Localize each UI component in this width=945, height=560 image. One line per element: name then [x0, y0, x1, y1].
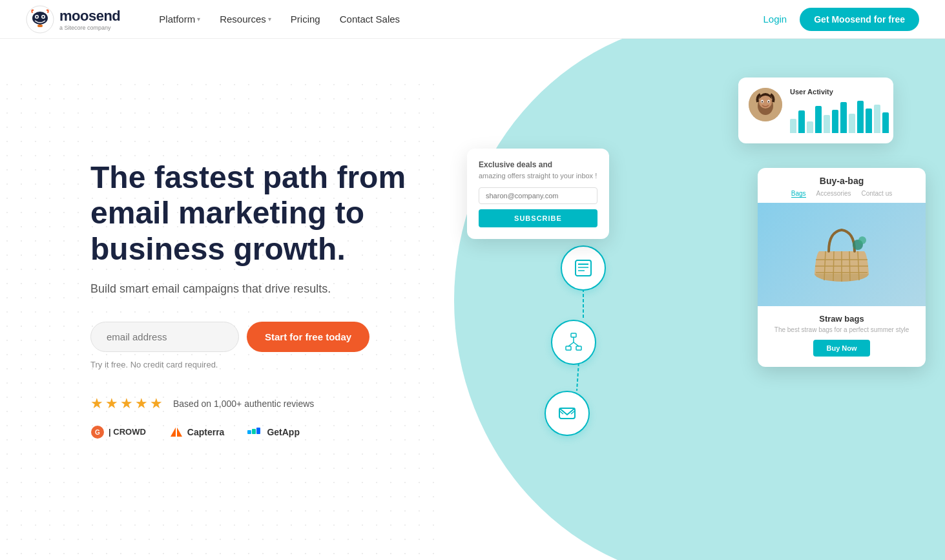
shop-card-header: Buy-a-bag Bags Accessories Contact us	[758, 168, 926, 198]
workflow-node-2	[551, 320, 596, 365]
nav-platform[interactable]: Platform ▾	[159, 14, 200, 25]
svg-line-42	[568, 342, 574, 346]
shop-product-desc: The best straw bags for a perfect summer…	[768, 326, 915, 333]
hero-section: The fastest path from email marketing to…	[0, 39, 945, 560]
bar-6	[832, 110, 838, 133]
svg-rect-38	[571, 333, 576, 337]
star-5: ★	[150, 395, 163, 412]
hero-illustration: Exclusive deals and amazing offers strai…	[415, 39, 945, 560]
svg-rect-34	[576, 260, 591, 276]
svg-rect-6	[37, 25, 43, 27]
svg-point-22	[768, 101, 769, 103]
subscribe-card-title: Exclusive deals and	[479, 160, 597, 169]
resources-caret-icon: ▾	[268, 16, 271, 23]
svg-line-30	[849, 251, 850, 281]
review-section: ★ ★ ★ ★ ★ Based on 1,000+ authentic revi…	[90, 395, 426, 412]
shop-product-image	[758, 203, 926, 306]
shop-card-body: Straw bags The best straw bags for a per…	[758, 306, 926, 367]
subscribe-button[interactable]: SUBSCRIBE	[479, 209, 597, 227]
g2-logo: G | CROWD	[90, 425, 146, 439]
shop-nav-bags[interactable]: Bags	[791, 190, 806, 198]
shop-nav: Bags Accessories Contact us	[768, 190, 915, 198]
email-input[interactable]	[90, 322, 239, 352]
email-template-icon	[573, 258, 594, 278]
svg-rect-12	[252, 429, 256, 434]
activity-chart: User Activity	[790, 88, 889, 133]
partner-logos: G | CROWD Capterra GetApp	[90, 425, 426, 439]
svg-rect-39	[566, 346, 571, 350]
svg-point-33	[858, 236, 866, 244]
bar-8	[849, 114, 855, 133]
svg-rect-13	[256, 428, 260, 434]
bar-2	[798, 110, 805, 133]
disclaimer-text: Try it free. No credit card required.	[90, 360, 426, 369]
svg-text:G: G	[95, 429, 100, 436]
workflow-icon	[563, 332, 584, 353]
subscribe-email-input[interactable]	[479, 187, 597, 204]
star-1: ★	[90, 395, 103, 412]
buy-now-button[interactable]: Buy Now	[813, 340, 869, 357]
bar-3	[807, 121, 813, 133]
logo-subtext: a Sitecore company	[59, 25, 120, 31]
logo[interactable]: moosend a Sitecore company	[26, 5, 120, 34]
bar-5	[824, 115, 830, 133]
platform-caret-icon: ▾	[197, 16, 200, 23]
bar-11	[874, 105, 880, 133]
star-4: ★	[135, 395, 148, 412]
bar-chart	[790, 101, 889, 133]
g2-icon: G	[90, 425, 105, 439]
start-free-button[interactable]: Start for free today	[247, 322, 369, 352]
logo-text: moosend	[59, 8, 120, 25]
svg-line-28	[833, 251, 834, 281]
subscribe-card: Exclusive deals and amazing offers strai…	[467, 149, 609, 239]
capterra-icon	[169, 425, 183, 439]
activity-avatar	[749, 88, 782, 121]
workflow-node-1	[561, 245, 606, 291]
bar-4	[815, 106, 822, 133]
shop-product-title: Straw bags	[768, 314, 915, 324]
bar-9	[857, 101, 864, 133]
activity-card: User Activity	[738, 78, 893, 143]
nav-links: Platform ▾ Resources ▾ Pricing Contact S…	[159, 14, 763, 25]
shop-nav-contact[interactable]: Contact us	[861, 190, 892, 198]
star-3: ★	[120, 395, 133, 412]
svg-point-21	[762, 101, 763, 103]
subscribe-card-sub: amazing offers straight to your inbox !	[479, 172, 597, 180]
hero-subheadline: Build smart email campaigns that drive r…	[90, 282, 426, 296]
workflow-node-3	[545, 391, 590, 436]
nav-contact[interactable]: Contact Sales	[340, 14, 400, 25]
svg-point-5	[43, 16, 45, 17]
svg-line-43	[574, 342, 579, 346]
login-link[interactable]: Login	[763, 14, 787, 25]
getapp-icon	[247, 427, 263, 437]
get-moosend-button[interactable]: Get Moosend for free	[800, 8, 919, 31]
hero-headline: The fastest path from email marketing to…	[90, 160, 426, 267]
star-rating: ★ ★ ★ ★ ★	[90, 395, 163, 412]
getapp-logo: GetApp	[247, 427, 300, 437]
navbar: moosend a Sitecore company Platform ▾ Re…	[0, 0, 945, 39]
capterra-logo: Capterra	[169, 425, 225, 439]
hero-content: The fastest path from email marketing to…	[0, 160, 426, 439]
basket-svg	[803, 216, 880, 293]
star-2: ★	[105, 395, 118, 412]
svg-point-4	[36, 16, 38, 17]
shop-brand: Buy-a-bag	[768, 176, 915, 186]
bar-7	[840, 102, 847, 133]
review-count-text: Based on 1,000+ authentic reviews	[173, 399, 314, 409]
shop-card: Buy-a-bag Bags Accessories Contact us	[758, 168, 926, 367]
email-send-icon	[557, 403, 577, 424]
activity-title: User Activity	[790, 88, 889, 96]
bar-10	[866, 109, 872, 133]
shop-nav-accessories[interactable]: Accessories	[816, 190, 851, 198]
avatar-image	[749, 88, 782, 121]
nav-pricing[interactable]: Pricing	[291, 14, 320, 25]
bar-12	[882, 112, 889, 133]
svg-rect-11	[247, 430, 251, 434]
bar-1	[790, 119, 796, 133]
nav-resources[interactable]: Resources ▾	[220, 14, 271, 25]
svg-rect-40	[576, 346, 581, 350]
nav-right: Login Get Moosend for free	[763, 8, 920, 31]
signup-form: Start for free today	[90, 322, 426, 352]
